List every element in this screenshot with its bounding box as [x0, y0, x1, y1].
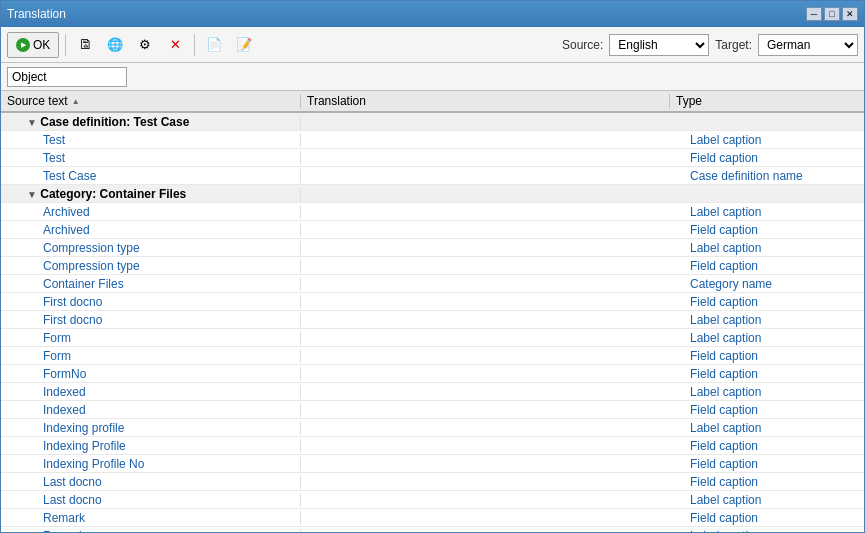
- source-cell: Indexed: [1, 403, 301, 417]
- col-header-translation: Translation: [301, 94, 670, 108]
- filter-bar: [1, 63, 864, 91]
- type-cell: Category name: [684, 277, 864, 291]
- source-cell: First docno: [1, 313, 301, 327]
- settings-icon: ⚙: [135, 35, 155, 55]
- source-text: Indexing profile: [43, 421, 124, 435]
- toolbar-btn-2[interactable]: 🌐: [102, 32, 128, 58]
- type-cell: Field caption: [684, 151, 864, 165]
- source-text: First docno: [43, 313, 102, 327]
- source-text: Test Case: [43, 169, 96, 183]
- source-text: Form: [43, 331, 71, 345]
- source-cell: FormNo: [1, 367, 301, 381]
- source-label: Source:: [562, 38, 603, 52]
- table-row[interactable]: ArchivedLabel caption: [1, 203, 864, 221]
- group-label: Category: Container Files: [37, 187, 186, 201]
- table-header: Source text ▲ Translation Type: [1, 91, 864, 113]
- type-cell: Label caption: [684, 133, 864, 147]
- title-bar-buttons: ─ □ ✕: [806, 7, 858, 21]
- table-row[interactable]: IndexedLabel caption: [1, 383, 864, 401]
- group-header-source: ▼ Category: Container Files: [1, 187, 301, 201]
- source-text: Container Files: [43, 277, 124, 291]
- source-text: Indexing Profile: [43, 439, 126, 453]
- source-text: Indexing Profile No: [43, 457, 144, 471]
- toolbar-btn-1[interactable]: 🖺: [72, 32, 98, 58]
- table-row[interactable]: TestLabel caption: [1, 131, 864, 149]
- table-row[interactable]: TestField caption: [1, 149, 864, 167]
- col-header-source: Source text ▲: [1, 94, 301, 108]
- table-row[interactable]: Last docnoField caption: [1, 473, 864, 491]
- toolbar-btn-4[interactable]: 📄: [201, 32, 227, 58]
- source-cell: Compression type: [1, 259, 301, 273]
- table-row[interactable]: IndexedField caption: [1, 401, 864, 419]
- type-cell: Label caption: [684, 313, 864, 327]
- source-cell: Archived: [1, 205, 301, 219]
- source-cell: Indexed: [1, 385, 301, 399]
- type-cell: Field caption: [684, 439, 864, 453]
- ok-button[interactable]: OK: [7, 32, 59, 58]
- source-text: Indexed: [43, 385, 86, 399]
- table-row[interactable]: FormField caption: [1, 347, 864, 365]
- table-row[interactable]: Last docnoLabel caption: [1, 491, 864, 509]
- table-row[interactable]: Container FilesCategory name: [1, 275, 864, 293]
- table-row[interactable]: Compression typeField caption: [1, 257, 864, 275]
- table-row[interactable]: RemarkField caption: [1, 509, 864, 527]
- toolbar: OK 🖺 🌐 ⚙ ✕ 📄 📝 Source: English Germa: [1, 27, 864, 63]
- table-row[interactable]: RemarkLabel caption: [1, 527, 864, 532]
- table-row[interactable]: FormNoField caption: [1, 365, 864, 383]
- type-cell: Field caption: [684, 511, 864, 525]
- toolbar-btn-5[interactable]: 📝: [231, 32, 257, 58]
- source-cell: Indexing Profile No: [1, 457, 301, 471]
- filter-input[interactable]: [7, 67, 127, 87]
- source-text: Last docno: [43, 493, 102, 507]
- source-text: First docno: [43, 295, 102, 309]
- minimize-button[interactable]: ─: [806, 7, 822, 21]
- table-row[interactable]: Indexing profileLabel caption: [1, 419, 864, 437]
- separator-2: [194, 34, 195, 56]
- title-bar: Translation ─ □ ✕: [1, 1, 864, 27]
- table-row[interactable]: Indexing ProfileField caption: [1, 437, 864, 455]
- export-icon: 🌐: [105, 35, 125, 55]
- table-row[interactable]: ArchivedField caption: [1, 221, 864, 239]
- type-cell: Label caption: [684, 331, 864, 345]
- type-cell: Label caption: [684, 421, 864, 435]
- sort-arrow-source: ▲: [72, 97, 80, 106]
- source-cell: Test Case: [1, 169, 301, 183]
- expand-icon[interactable]: ▼: [27, 189, 37, 200]
- translation-window: Translation ─ □ ✕ OK 🖺 🌐 ⚙ ✕ 📄: [0, 0, 865, 533]
- type-cell: Label caption: [684, 385, 864, 399]
- window-title: Translation: [7, 7, 66, 21]
- source-text: Compression type: [43, 241, 140, 255]
- toolbar-btn-3[interactable]: ⚙: [132, 32, 158, 58]
- close-button[interactable]: ✕: [842, 7, 858, 21]
- source-cell: Compression type: [1, 241, 301, 255]
- table-row[interactable]: ▼ Case definition: Test Case: [1, 113, 864, 131]
- restore-button[interactable]: □: [824, 7, 840, 21]
- type-cell: Label caption: [684, 493, 864, 507]
- source-text: Remark: [43, 529, 85, 533]
- target-select[interactable]: German English French Spanish: [758, 34, 858, 56]
- table-body: ▼ Case definition: Test CaseTestLabel ca…: [1, 113, 864, 532]
- table-row[interactable]: FormLabel caption: [1, 329, 864, 347]
- table-container: Source text ▲ Translation Type ▼ Case de…: [1, 91, 864, 532]
- source-text: Remark: [43, 511, 85, 525]
- source-cell: Form: [1, 331, 301, 345]
- source-select[interactable]: English German French Spanish: [609, 34, 709, 56]
- table-row[interactable]: First docnoLabel caption: [1, 311, 864, 329]
- toolbar-btn-delete[interactable]: ✕: [162, 32, 188, 58]
- expand-icon[interactable]: ▼: [27, 117, 37, 128]
- table-row[interactable]: ▼ Category: Container Files: [1, 185, 864, 203]
- ok-icon: [16, 38, 30, 52]
- type-cell: Field caption: [684, 223, 864, 237]
- table-row[interactable]: Compression typeLabel caption: [1, 239, 864, 257]
- table-row[interactable]: Test CaseCase definition name: [1, 167, 864, 185]
- group-header-source: ▼ Case definition: Test Case: [1, 115, 301, 129]
- group-label: Case definition: Test Case: [37, 115, 189, 129]
- source-cell: Archived: [1, 223, 301, 237]
- type-cell: Field caption: [684, 457, 864, 471]
- type-cell: Label caption: [684, 529, 864, 533]
- target-label: Target:: [715, 38, 752, 52]
- source-cell: Test: [1, 133, 301, 147]
- table-row[interactable]: Indexing Profile NoField caption: [1, 455, 864, 473]
- table-row[interactable]: First docnoField caption: [1, 293, 864, 311]
- type-cell: Label caption: [684, 205, 864, 219]
